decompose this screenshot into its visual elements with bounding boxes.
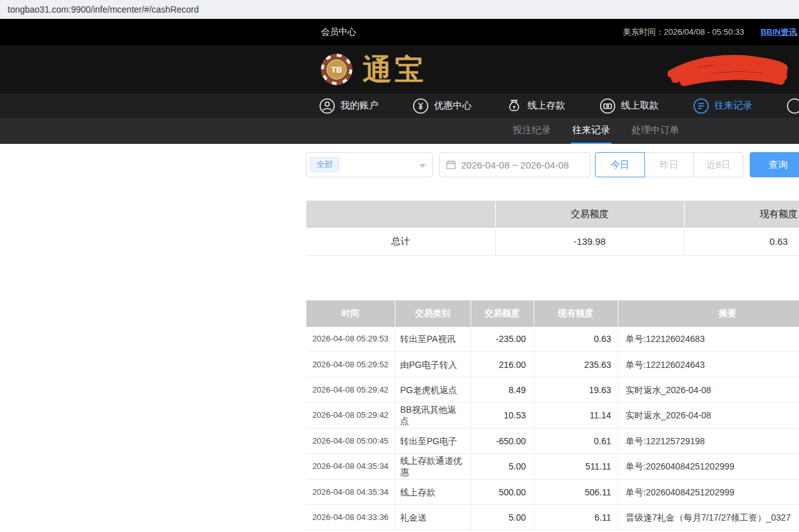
cell-type: BB视讯其他返点 xyxy=(395,403,471,429)
table-row: 2026-04-08 05:29:53 转出至PA视讯 -235.00 0.63… xyxy=(306,327,799,352)
nav-label: 线上存款 xyxy=(527,100,565,112)
bbin-news-link[interactable]: BBIN资讯 xyxy=(760,27,797,38)
cell-time: 2026-04-08 04:35:34 xyxy=(306,454,395,480)
nav-online-deposit[interactable]: 线上存款 xyxy=(506,98,565,114)
cell-amount: 500.00 xyxy=(471,480,534,505)
col-type: 交易类别 xyxy=(395,300,471,327)
nav-partial-item[interactable] xyxy=(786,98,799,114)
filter-bar: 全部 2026-04-08 ~ 2026-04-08 今日 昨日 近8日 查询 xyxy=(306,152,799,177)
tb-chip-text: TB xyxy=(331,65,342,74)
cell-amount: -650.00 xyxy=(471,429,534,454)
col-balance: 现有额度 xyxy=(534,300,618,327)
cell-balance: 0.63 xyxy=(534,327,618,352)
table-row: 2026-04-08 04:33:36 礼金送 5.00 6.11 晋级逢7礼金… xyxy=(306,505,799,530)
table-row: 2026-04-08 05:29:52 由PG电子转入 216.00 235.6… xyxy=(306,352,799,377)
circle-icon xyxy=(786,98,799,114)
type-select-tag[interactable]: 全部 xyxy=(310,157,339,172)
cell-type: PG老虎机返点 xyxy=(395,377,471,403)
summary-header-row: 交易额度 现有额度 xyxy=(306,201,799,228)
tb-chip-icon: TB xyxy=(320,52,354,86)
table-row: 2026-04-08 04:35:34 线上存款通道优惠 5.00 511.11… xyxy=(306,454,799,480)
logo-text: 通宝 xyxy=(363,55,427,84)
date-range-input[interactable]: 2026-04-08 ~ 2026-04-08 xyxy=(439,152,591,177)
table-row: 2026-04-08 05:29:42 BB视讯其他返点 10.53 11.14… xyxy=(306,403,799,429)
cell-type: 转出至PG电子 xyxy=(395,429,471,454)
tab-label: 往来记录 xyxy=(572,124,610,136)
chevron-down-icon xyxy=(419,164,426,168)
col-amount: 交易额度 xyxy=(471,300,534,327)
nav-label: 线上取款 xyxy=(621,100,659,112)
banknote-icon xyxy=(599,98,616,114)
nav-online-withdraw[interactable]: 线上取款 xyxy=(599,98,659,114)
cell-amount: 8.49 xyxy=(471,377,534,403)
calendar-icon xyxy=(446,160,456,170)
cell-memo: 实时返水_2026-04-08 xyxy=(618,403,799,429)
cell-amount: 5.00 xyxy=(471,505,534,530)
red-scribble-overlay xyxy=(668,52,788,86)
cell-type: 转出至PA视讯 xyxy=(395,327,471,352)
cell-memo: 单号:202604084251202999 xyxy=(618,480,799,505)
browser-address-bar[interactable]: tongbao31.com:9900/infe/mcenter/#/cashRe… xyxy=(0,0,799,19)
tab-cash-records[interactable]: 往来记录 xyxy=(571,118,611,144)
tab-label: 处理中订单 xyxy=(632,124,679,136)
col-time: 时间 xyxy=(306,300,395,327)
cell-time: 2026-04-08 04:35:34 xyxy=(306,480,395,505)
records-header-row: 时间 交易类别 交易额度 现有额度 摘要 xyxy=(306,300,799,327)
cell-time: 2026-04-08 05:00:45 xyxy=(306,429,395,454)
summary-table: 交易额度 现有额度 总计 -139.98 0.63 xyxy=(306,201,799,256)
cell-type: 线上存款 xyxy=(395,480,471,505)
cell-memo: 单号:202604084251202999 xyxy=(618,454,799,480)
nav-label: 往来记录 xyxy=(714,100,752,112)
query-button[interactable]: 查询 xyxy=(750,152,799,177)
record-list-icon xyxy=(693,98,709,114)
nav-label: 我的账户 xyxy=(340,100,378,112)
table-row: 2026-04-08 05:00:45 转出至PG电子 -650.00 0.61… xyxy=(306,429,799,454)
cell-type: 由PG电子转入 xyxy=(395,352,471,377)
topbar-right: 美东时间：2026/04/08 - 05:50:33 BBIN资讯 xyxy=(623,19,797,45)
last8days-button[interactable]: 近8日 xyxy=(694,152,743,177)
cell-balance: 19.63 xyxy=(534,377,618,403)
col-memo: 摘要 xyxy=(618,300,799,327)
nav-my-account[interactable]: 我的账户 xyxy=(319,98,378,114)
type-select[interactable]: 全部 xyxy=(306,152,433,177)
user-icon xyxy=(319,98,335,114)
cell-type: 礼金送 xyxy=(395,505,471,530)
nav-cash-records[interactable]: 往来记录 xyxy=(693,98,752,114)
today-button[interactable]: 今日 xyxy=(595,152,645,177)
summary-header-blank xyxy=(306,201,495,228)
quick-range-group: 今日 昨日 近8日 xyxy=(595,152,743,177)
table-row: 2026-04-08 05:29:42 PG老虎机返点 8.49 19.63 实… xyxy=(306,377,799,403)
sub-nav: 投注纪录 往来记录 处理中订单 xyxy=(0,118,799,144)
cell-amount: 10.53 xyxy=(471,403,534,429)
summary-total-transaction: -139.98 xyxy=(495,228,684,255)
member-center-link[interactable]: 会员中心 xyxy=(321,27,356,38)
cell-balance: 11.14 xyxy=(534,403,618,429)
tab-label: 投注纪录 xyxy=(513,124,551,136)
coin-icon xyxy=(412,98,429,114)
cell-time: 2026-04-08 05:29:42 xyxy=(306,403,395,429)
cell-time: 2026-04-08 05:29:52 xyxy=(306,352,395,377)
site-logo[interactable]: TB 通宝 xyxy=(320,52,427,86)
page-url: tongbao31.com:9900/infe/mcenter/#/cashRe… xyxy=(8,4,199,15)
summary-header-balance: 现有额度 xyxy=(684,201,799,228)
cell-type: 线上存款通道优惠 xyxy=(395,454,471,480)
content: 全部 2026-04-08 ~ 2026-04-08 今日 昨日 近8日 查询 … xyxy=(306,152,799,530)
cell-balance: 6.11 xyxy=(534,505,618,530)
cell-memo: 单号:122125729198 xyxy=(618,429,799,454)
table-row: 2026-04-08 04:35:34 线上存款 500.00 506.11 单… xyxy=(306,480,799,505)
main-nav: 我的账户 优惠中心 线上存款 线上取款 往来记录 xyxy=(0,93,799,118)
tab-processing-orders[interactable]: 处理中订单 xyxy=(630,118,680,144)
yesterday-button[interactable]: 昨日 xyxy=(644,152,694,177)
cell-memo: 单号:122126024683 xyxy=(618,327,799,352)
cell-memo: 单号:122126024643 xyxy=(618,352,799,377)
nav-promotions[interactable]: 优惠中心 xyxy=(412,98,472,114)
eastern-time-label: 美东时间：2026/04/08 - 05:50:33 xyxy=(623,27,744,38)
cell-balance: 0.61 xyxy=(534,429,618,454)
nav-label: 优惠中心 xyxy=(434,100,472,112)
cell-amount: 5.00 xyxy=(471,454,534,480)
cell-time: 2026-04-08 05:29:53 xyxy=(306,327,395,352)
tab-betting-records[interactable]: 投注纪录 xyxy=(512,118,552,144)
date-range-value: 2026-04-08 ~ 2026-04-08 xyxy=(461,160,569,170)
cell-balance: 506.11 xyxy=(534,480,618,505)
brand-header: TB 通宝 xyxy=(0,45,799,93)
